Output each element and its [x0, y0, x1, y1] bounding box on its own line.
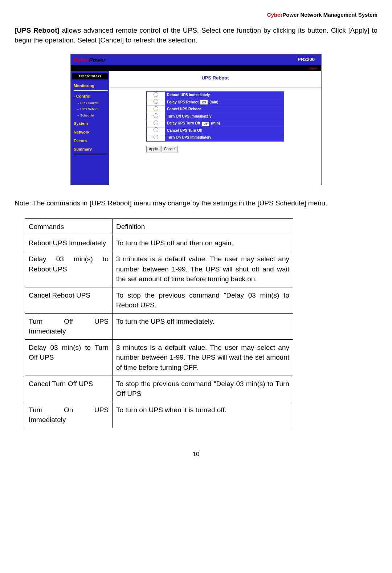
- main-panel: UPS Reboot Reboot UPS Immediately Delay …: [109, 71, 321, 185]
- intro-text: allows advanced remote control of the UP…: [15, 26, 377, 44]
- note-paragraph: Note: The commands in [UPS Reboot] menu …: [15, 198, 377, 208]
- option-turnon-immediately[interactable]: Turn On UPS Immediately: [146, 134, 284, 142]
- radio-input[interactable]: [154, 99, 158, 104]
- screenshot-wrapper: CyberPower PR2200 Logout 192.168.20.177 …: [15, 54, 377, 185]
- sidebar-item-system[interactable]: System: [74, 121, 109, 127]
- delay-reboot-input[interactable]: [200, 100, 208, 105]
- option-turnoff-immediately[interactable]: Turn Off UPS Immediately: [146, 113, 284, 120]
- sidebar-item-events[interactable]: Events: [74, 138, 109, 144]
- top-bar: CyberPower PR2200: [71, 54, 321, 65]
- def-cell: To turn on UPS when it is turned off.: [113, 402, 293, 428]
- table-row: Delay 03 min(s) to Turn Off UPS3 minutes…: [25, 339, 293, 376]
- sidebar-item-schedule[interactable]: Schedule: [77, 113, 109, 118]
- radio-cell: [147, 120, 165, 127]
- cmd-cell: Cancel Turn Off UPS: [25, 376, 113, 402]
- sidebar-item-network[interactable]: Network: [74, 130, 109, 135]
- header-commands: Commands: [25, 218, 113, 235]
- cmd-cell: Cancel Reboot UPS: [25, 287, 113, 313]
- table-header-row: Commands Definition: [25, 218, 293, 235]
- def-cell: To turn the UPS off and then on again.: [113, 235, 293, 251]
- sidebar-divider: [74, 90, 108, 91]
- radio-cell: [147, 106, 165, 113]
- sidebar-item-control[interactable]: Control: [74, 94, 109, 99]
- table-row: Cancel Turn Off UPSTo stop the previous …: [25, 376, 293, 402]
- ip-address: 192.168.20.177: [72, 73, 108, 79]
- apply-button[interactable]: Apply: [146, 146, 160, 152]
- panel-divider: [109, 160, 321, 160]
- header-cyber: Cyber: [267, 12, 283, 18]
- option-reboot-immediately[interactable]: Reboot UPS Immediately: [146, 91, 284, 99]
- sidebar-item-ups-control[interactable]: UPS Control: [77, 101, 109, 106]
- page-number: 10: [15, 450, 377, 459]
- intro-paragraph: [UPS Reboot] allows advanced remote cont…: [15, 25, 377, 45]
- header-rest: Power Network Management System: [282, 12, 377, 18]
- model-label: PR2200: [298, 56, 321, 63]
- option-delay-turnoff[interactable]: Delay UPS Turn Off (min): [146, 120, 284, 127]
- delay-turnoff-input[interactable]: [202, 121, 210, 126]
- sidebar-item-ups-reboot[interactable]: UPS Reboot: [77, 107, 109, 112]
- sidebar-item-summary[interactable]: Summary: [74, 147, 109, 152]
- definition-table: Commands Definition Reboot UPS Immediate…: [25, 218, 293, 428]
- def-cell: To stop the previous command "Delay 03 m…: [113, 376, 293, 402]
- logo-cyber: Cyber: [74, 57, 89, 63]
- def-cell: To turn the UPS off immediately.: [113, 313, 293, 339]
- table-row: Reboot UPS ImmediatelyTo turn the UPS of…: [25, 235, 293, 251]
- def-cell: 3 minutes is a default value. The user m…: [113, 251, 293, 287]
- table-row: Turn On UPS ImmediatelyTo turn on UPS wh…: [25, 402, 293, 428]
- option-cancel-reboot[interactable]: Cancel UPS Reboot: [146, 106, 284, 113]
- def-cell: 3 minutes is a default value. The user m…: [113, 339, 293, 376]
- option-label: Cancel UPS Reboot: [165, 106, 284, 113]
- sidebar: 192.168.20.177 Monitoring Control UPS Co…: [71, 71, 109, 185]
- option-label: Turn Off UPS Immediately: [165, 113, 284, 120]
- header-definition: Definition: [113, 218, 293, 235]
- radio-cell: [147, 99, 165, 106]
- table-row: Delay 03 min(s) to Reboot UPS3 minutes i…: [25, 251, 293, 287]
- radio-cell: [147, 127, 165, 134]
- cmd-cell: Delay 03 min(s) to Turn Off UPS: [25, 339, 113, 376]
- brand-logo: CyberPower: [71, 54, 109, 65]
- panel-divider: [109, 87, 321, 88]
- table-row: Turn Off UPS ImmediatelyTo turn the UPS …: [25, 313, 293, 339]
- cmd-cell: Reboot UPS Immediately: [25, 235, 113, 251]
- option-label: Delay UPS Turn Off (min): [165, 120, 284, 127]
- cmd-cell: Delay 03 min(s) to Reboot UPS: [25, 251, 113, 287]
- option-label: Cancel UPS Turn Off: [165, 127, 284, 134]
- sidebar-menu: Monitoring Control UPS Control UPS Reboo…: [71, 83, 109, 155]
- option-label-post: (min): [211, 121, 220, 126]
- option-label-pre: Delay UPS Turn Off: [167, 121, 200, 126]
- cmd-cell: Turn On UPS Immediately: [25, 402, 113, 428]
- doc-header: CyberPower Network Management System: [15, 11, 377, 19]
- radio-input[interactable]: [154, 135, 158, 139]
- option-label: Turn On UPS Immediately: [165, 134, 284, 141]
- app-window: CyberPower PR2200 Logout 192.168.20.177 …: [70, 54, 322, 185]
- cancel-button[interactable]: Cancel: [162, 146, 178, 152]
- table-row: Cancel Reboot UPSTo stop the previous co…: [25, 287, 293, 313]
- button-row: Apply Cancel: [146, 145, 284, 152]
- cmd-cell: Turn Off UPS Immediately: [25, 313, 113, 339]
- radio-input[interactable]: [154, 92, 158, 97]
- radio-input[interactable]: [154, 106, 158, 111]
- radio-cell: [147, 113, 165, 120]
- option-cancel-turnoff[interactable]: Cancel UPS Turn Off: [146, 127, 284, 135]
- option-label-post: (min): [209, 100, 218, 105]
- radio-cell: [147, 135, 165, 141]
- logo-power: Power: [89, 57, 106, 63]
- logout-link[interactable]: Logout: [307, 66, 318, 70]
- radio-cell: [147, 92, 165, 99]
- sub-bar: Logout: [71, 65, 321, 71]
- intro-bold: [UPS Reboot]: [15, 26, 60, 34]
- sidebar-item-monitoring[interactable]: Monitoring: [74, 83, 109, 89]
- app-body: 192.168.20.177 Monitoring Control UPS Co…: [71, 71, 321, 185]
- radio-input[interactable]: [154, 120, 158, 125]
- option-list: Reboot UPS Immediately Delay UPS Reboot …: [146, 91, 284, 142]
- option-label: Reboot UPS Immediately: [165, 92, 284, 99]
- option-delay-reboot[interactable]: Delay UPS Reboot (min): [146, 99, 284, 106]
- option-label: Delay UPS Reboot (min): [165, 99, 284, 106]
- radio-input[interactable]: [154, 127, 158, 132]
- radio-input[interactable]: [154, 113, 158, 118]
- panel-title: UPS Reboot: [109, 71, 321, 86]
- def-cell: To stop the previous command "Delay 03 m…: [113, 287, 293, 313]
- option-label-pre: Delay UPS Reboot: [167, 100, 199, 105]
- sidebar-divider: [74, 154, 108, 154]
